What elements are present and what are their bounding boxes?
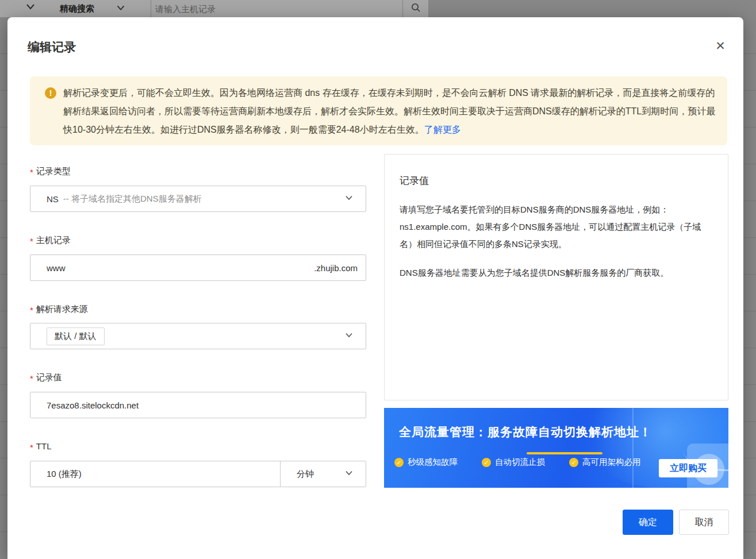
notice-body: 解析记录变更后，可能不会立即生效。因为各地网络运营商 dns 存在缓存，在缓存未… — [63, 88, 715, 134]
chevron-down-icon — [344, 193, 354, 205]
check-icon: ✓ — [394, 458, 404, 467]
banner-underline-decoration — [527, 452, 603, 454]
feature-label: 自动切流止损 — [495, 457, 545, 468]
confirm-button[interactable]: 确定 — [623, 510, 673, 535]
edit-record-dialog: 编辑记录 ✕ ! 解析记录变更后，可能不会立即生效。因为各地网络运营商 dns … — [7, 17, 743, 559]
record-type-desc: -- 将子域名指定其他DNS服务器解析 — [63, 194, 202, 205]
record-value-label-text: 记录值 — [36, 372, 62, 383]
dialog-title: 编辑记录 — [28, 39, 76, 55]
chevron-down-icon — [344, 468, 354, 480]
cancel-button[interactable]: 取消 — [679, 510, 729, 535]
ttl-label: * TTL — [30, 441, 52, 451]
help-panel-title: 记录值 — [400, 174, 713, 187]
learn-more-link[interactable]: 了解更多 — [424, 125, 461, 134]
check-icon: ✓ — [482, 458, 491, 467]
ttl-unit-value: 分钟 — [281, 469, 314, 480]
host-record-label: * 主机记录 — [30, 235, 71, 246]
record-type-select[interactable]: NS -- 将子域名指定其他DNS服务器解析 — [30, 186, 366, 212]
help-paragraph-1: 请填写您子域名要托管到的目标DNS服务商的DNS服务器地址，例如：ns1.exa… — [400, 201, 713, 253]
record-value-help-panel: 记录值 请填写您子域名要托管到的目标DNS服务商的DNS服务器地址，例如：ns1… — [384, 154, 728, 400]
host-record-field: .zhujib.com — [30, 255, 366, 281]
banner-panel-decoration — [632, 408, 634, 488]
ttl-label-text: TTL — [36, 441, 52, 451]
host-record-input[interactable] — [30, 255, 314, 280]
feature-item: ✓ 自动切流止损 — [482, 457, 545, 468]
chevron-down-icon — [344, 330, 354, 342]
feature-item: ✓ 高可用架构必用 — [569, 457, 641, 468]
required-marker: * — [30, 236, 33, 246]
banner-feature-list: ✓ 秒级感知故障 ✓ 自动切流止损 ✓ 高可用架构必用 — [394, 457, 641, 468]
feature-label: 高可用架构必用 — [582, 457, 641, 468]
record-value-label: * 记录值 — [30, 372, 62, 383]
propagation-notice: ! 解析记录变更后，可能不会立即生效。因为各地网络运营商 dns 存在缓存，在缓… — [30, 76, 727, 145]
record-value-input[interactable] — [30, 392, 366, 418]
resolution-source-tag: 默认 / 默认 — [47, 327, 105, 345]
resolution-source-label-text: 解析请求来源 — [36, 304, 88, 315]
required-marker: * — [30, 167, 33, 177]
warning-icon: ! — [45, 87, 56, 99]
check-icon: ✓ — [569, 458, 578, 467]
required-marker: * — [30, 305, 33, 315]
required-marker: * — [30, 373, 33, 383]
ttl-field: 分钟 — [30, 461, 366, 487]
banner-title: 全局流量管理：服务故障自动切换解析地址！ — [399, 424, 652, 440]
close-icon[interactable]: ✕ — [713, 39, 727, 53]
record-type-value: NS — [30, 194, 59, 204]
feature-item: ✓ 秒级感知故障 — [394, 457, 458, 468]
host-record-label-text: 主机记录 — [36, 235, 71, 246]
record-value-field — [30, 392, 366, 418]
record-type-label-text: 记录类型 — [36, 166, 71, 177]
gtm-promo-banner: ¥ 全局流量管理：服务故障自动切换解析地址！ ✓ 秒级感知故障 ✓ 自动切流止损… — [384, 408, 728, 488]
domain-suffix: .zhujib.com — [314, 263, 366, 273]
ttl-unit-select[interactable]: 分钟 — [281, 461, 366, 487]
buy-now-button[interactable]: 立即购买 — [659, 459, 717, 477]
required-marker: * — [30, 442, 33, 452]
ttl-input[interactable] — [30, 461, 280, 487]
ttl-input-wrap — [30, 461, 281, 487]
feature-label: 秒级感知故障 — [408, 457, 458, 468]
resolution-source-label: * 解析请求来源 — [30, 304, 88, 315]
notice-text: 解析记录变更后，可能不会立即生效。因为各地网络运营商 dns 存在缓存，在缓存未… — [63, 84, 716, 139]
help-paragraph-2: DNS服务器地址需要从为您子域名提供DNS解析服务服务的厂商获取。 — [400, 264, 713, 282]
record-type-label: * 记录类型 — [30, 166, 71, 177]
resolution-source-select[interactable]: 默认 / 默认 — [30, 323, 366, 349]
